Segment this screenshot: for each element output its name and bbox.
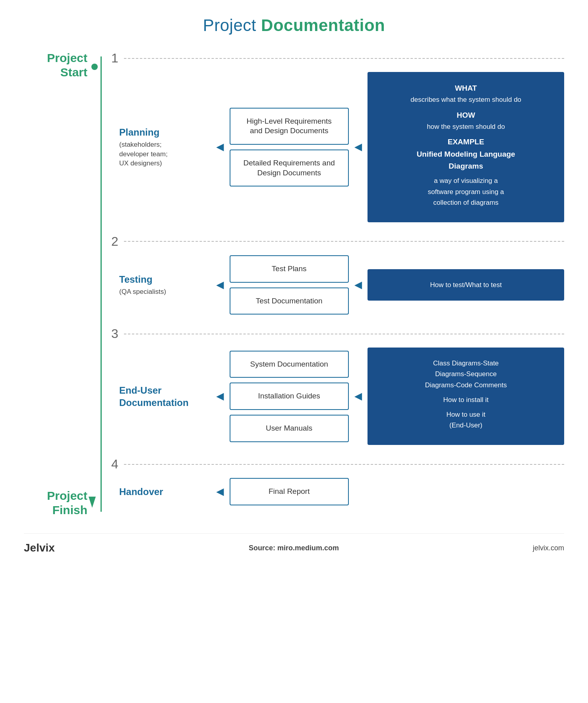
step-4-divider: 4: [111, 457, 564, 472]
timeline-column: ProjectStart ProjectFinish: [24, 51, 111, 517]
info-3-text-1: Class Diagrams-StateDiagrams-SequenceDia…: [379, 358, 552, 390]
phase-section-3: End-User Documentation ◄ System Document…: [111, 348, 564, 445]
step-2-divider: 2: [111, 234, 564, 249]
doc-item-3-3: User Manuals: [230, 415, 349, 442]
phase-3-name: End-User Documentation: [119, 384, 211, 409]
finish-arrow-icon: [89, 497, 96, 509]
project-finish-label: ProjectFinish: [24, 489, 87, 517]
section-1: 1 Planning (stakeholders; developer team…: [111, 51, 564, 234]
brand-text: Jelvix: [24, 542, 55, 554]
title-suffix: Documentation: [261, 16, 385, 35]
project-start-block: ProjectStart: [24, 51, 111, 80]
doc-item-4-1: Final Report: [230, 478, 349, 505]
footer-source: Source: miro.medium.com: [249, 544, 339, 552]
vertical-green-line: [101, 56, 102, 512]
project-start-label: ProjectStart: [24, 51, 87, 80]
page: Project Documentation ProjectStart Proje…: [0, 0, 588, 703]
dash-line-2: [124, 241, 564, 242]
dash-line-4: [124, 464, 564, 465]
info-panel-2: How to test/What to test: [368, 269, 564, 301]
info-panel-1: WHAT describes what the system should do…: [368, 72, 564, 222]
doc-item-1-1: High-Level Requirements and Design Docum…: [230, 108, 349, 145]
section-4: 4 Handover ◄ Final Report: [111, 457, 564, 517]
info-2-text: How to test/What to test: [430, 280, 501, 290]
doc-list-3: System Documentation Installation Guides…: [230, 351, 349, 442]
phase-1-name: Planning: [119, 126, 211, 138]
phase-1-name-block: Planning (stakeholders; developer team; …: [119, 126, 211, 169]
source-value: miro.medium.com: [277, 544, 339, 552]
diagram: ProjectStart ProjectFinish 1: [24, 51, 564, 517]
arrow-2b-icon: ◄: [352, 278, 365, 292]
info-1-text-4: a way of visualizing asoftware program u…: [379, 175, 552, 208]
step-3-divider: 3: [111, 326, 564, 341]
doc-item-3-2: Installation Guides: [230, 383, 349, 410]
content-column: 1 Planning (stakeholders; developer team…: [111, 51, 564, 517]
step-1-number: 1: [111, 51, 118, 66]
phase-section-1: Planning (stakeholders; developer team; …: [111, 72, 564, 222]
arrow-2-icon: ◄: [214, 278, 226, 292]
phase-2-name-block: Testing (QA specialists): [119, 273, 211, 297]
page-title: Project Documentation: [24, 16, 564, 35]
arrow-3b-icon: ◄: [352, 389, 365, 404]
dash-line-1: [124, 58, 564, 59]
arrow-1b-icon: ◄: [352, 140, 365, 154]
footer-brand: Jelvix: [24, 542, 55, 554]
info-3-text-3: How to use it(End-User): [379, 409, 552, 431]
step-2-number: 2: [111, 234, 118, 249]
source-label: Source:: [249, 544, 275, 552]
info-panel-3: Class Diagrams-StateDiagrams-SequenceDia…: [368, 348, 564, 445]
title-prefix: Project: [203, 16, 261, 35]
phase-4-name: Handover: [119, 485, 211, 498]
info-1-text-2: how the system should do: [379, 121, 552, 132]
footer-url: jelvix.com: [533, 544, 564, 552]
doc-item-1-2: Detailed Requirements and Design Documen…: [230, 150, 349, 186]
phase-section-4: Handover ◄ Final Report: [111, 478, 564, 505]
svg-marker-0: [89, 497, 96, 508]
step-3-number: 3: [111, 326, 118, 341]
arrow-1-icon: ◄: [214, 140, 226, 154]
footer: Jelvix Source: miro.medium.com jelvix.co…: [24, 533, 564, 554]
timeline-spacer: [24, 80, 111, 489]
phase-4-name-block: Handover: [119, 485, 211, 498]
phase-2-sub: (QA specialists): [119, 287, 211, 297]
doc-item-2-1: Test Plans: [230, 255, 349, 283]
arrow-4-icon: ◄: [214, 484, 226, 499]
arrow-3-icon: ◄: [214, 389, 226, 404]
doc-item-2-2: Test Documentation: [230, 287, 349, 315]
doc-list-4: Final Report: [230, 478, 349, 505]
phase-1-sub: (stakeholders; developer team; UX design…: [119, 140, 211, 168]
doc-list-2: Test Plans Test Documentation: [230, 255, 349, 315]
section-3: 3 End-User Documentation ◄ System Docume…: [111, 326, 564, 457]
start-dot: [91, 64, 98, 70]
phase-3-name-block: End-User Documentation: [119, 384, 211, 409]
section-2: 2 Testing (QA specialists) ◄ Test Plans …: [111, 234, 564, 326]
doc-list-1: High-Level Requirements and Design Docum…: [230, 108, 349, 187]
info-1-text-1: describes what the system should do: [379, 94, 552, 105]
info-1-label-1: WHAT: [379, 82, 552, 94]
dash-line-3: [124, 334, 564, 334]
project-finish-block: ProjectFinish: [24, 489, 111, 517]
info-3-text-2: How to install it: [379, 394, 552, 405]
info-1-text-3: Unified Modeling LanguageDiagrams: [379, 148, 552, 173]
phase-section-2: Testing (QA specialists) ◄ Test Plans Te…: [111, 255, 564, 315]
step-1-divider: 1: [111, 51, 564, 66]
doc-item-3-1: System Documentation: [230, 351, 349, 378]
step-4-number: 4: [111, 457, 118, 472]
info-1-label-2: HOW: [379, 109, 552, 121]
phase-2-name: Testing: [119, 273, 211, 285]
info-1-label-3: EXAMPLE: [379, 136, 552, 148]
